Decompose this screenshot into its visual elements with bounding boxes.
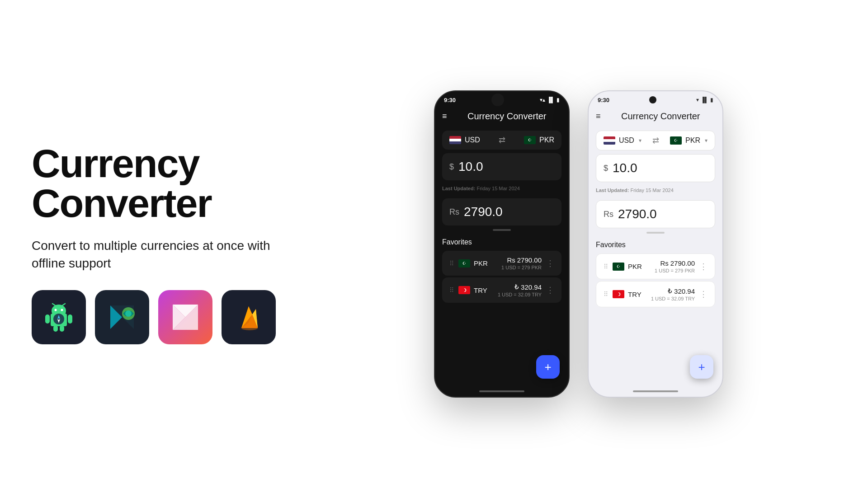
- dark-fav-try-menu[interactable]: ⋮: [546, 285, 554, 295]
- dark-fab[interactable]: +: [536, 355, 560, 379]
- svg-rect-9: [60, 325, 64, 332]
- dark-fav-pkr-menu[interactable]: ⋮: [546, 258, 554, 268]
- light-swap-icon[interactable]: ⇄: [652, 136, 659, 145]
- light-fav-try-menu[interactable]: ⋮: [699, 289, 708, 299]
- left-section: Currency Converter Convert to multiple c…: [0, 117, 307, 371]
- dark-fav-pkr-amount: Rs 2790.00: [501, 256, 542, 264]
- light-fav-item-try[interactable]: ⠿ ☽ TRY ₺ 320.94 1 USD = 32.09 TRY ⋮: [596, 281, 715, 307]
- dark-to-currency-code: PKR: [539, 136, 554, 144]
- light-to-currency-btn[interactable]: ☪ PKR ▾: [670, 136, 708, 145]
- light-fav-try-rate: 1 USD = 32.09 TRY: [651, 296, 695, 301]
- title-line1: Currency: [32, 141, 199, 186]
- dark-camera-pill: [491, 94, 504, 106]
- dark-wifi-icon: ▾▴: [540, 97, 545, 103]
- light-home-indicator: [633, 390, 678, 392]
- svg-point-3: [61, 309, 63, 311]
- svg-line-4: [52, 304, 55, 305]
- dark-last-updated-label: Last Updated:: [442, 186, 475, 191]
- dark-hamburger-icon[interactable]: ≡: [442, 112, 447, 121]
- dark-last-updated: Last Updated: Friday 15 Mar 2024: [435, 184, 569, 195]
- dark-fav-pkr-code: PKR: [474, 259, 488, 267]
- dark-app-bar: ≡ Currency Converter: [435, 108, 569, 127]
- dark-input-symbol: $: [449, 162, 454, 172]
- light-fav-try-amounts: ₺ 320.94 1 USD = 32.09 TRY: [651, 287, 695, 301]
- light-last-updated: Last Updated: Friday 15 Mar 2024: [589, 186, 722, 197]
- light-input-amount-field[interactable]: $ 10.0: [596, 154, 715, 182]
- kotlin-plugin-icon-box: [95, 290, 149, 344]
- dark-fav-pkr-drag: ⠿: [449, 260, 454, 267]
- kotlin-icon: [169, 301, 202, 333]
- light-last-updated-value: Friday 15 Mar 2024: [630, 188, 673, 193]
- light-fav-item-pkr[interactable]: ⠿ ☪ PKR Rs 2790.00 1 USD = 279 PKR ⋮: [596, 253, 715, 279]
- dark-currency-row[interactable]: USD ⇄ ☪ PKR: [442, 131, 561, 150]
- light-hamburger-icon[interactable]: ≡: [596, 112, 601, 121]
- dark-fav-pkr-amounts: Rs 2790.00 1 USD = 279 PKR: [501, 256, 542, 270]
- dark-usd-flag: [449, 136, 461, 144]
- light-fav-try-amount: ₺ 320.94: [651, 287, 695, 295]
- dark-pkr-flag: ☪: [524, 136, 536, 144]
- light-fav-pkr-code: PKR: [628, 263, 642, 270]
- light-battery-icon: ▮: [710, 97, 713, 103]
- light-from-chevron: ▾: [639, 137, 642, 144]
- light-fav-pkr-value: 2790.00: [670, 259, 695, 267]
- light-last-updated-label: Last Updated:: [596, 188, 629, 193]
- light-pkr-flag: ☪: [670, 136, 682, 145]
- light-from-currency-btn[interactable]: USD ▾: [604, 136, 642, 145]
- dark-fav-try-info: ☽ TRY: [458, 286, 498, 294]
- light-status-bar: 9:30 ▾ ▐▌ ▮: [589, 91, 722, 108]
- dark-from-currency-btn[interactable]: USD: [449, 136, 480, 144]
- firebase-icon: [232, 301, 265, 333]
- light-fav-pkr-rate: 1 USD = 279 PKR: [655, 268, 695, 273]
- light-fav-try-info: ☽ TRY: [613, 290, 651, 298]
- light-fav-try-symbol: ₺: [668, 287, 672, 295]
- light-to-chevron: ▾: [705, 137, 708, 144]
- dark-favorites-label: Favorites: [435, 235, 569, 249]
- dark-fav-item-pkr[interactable]: ⠿ ☪ PKR Rs 2790.00 1 USD = 279 PKR ⋮: [442, 251, 561, 276]
- dark-home-indicator: [479, 390, 524, 392]
- subtitle: Convert to multiple currencies at once w…: [32, 237, 276, 272]
- dark-swap-icon[interactable]: ⇄: [499, 135, 505, 145]
- dark-input-amount: 10.0: [458, 160, 483, 174]
- tech-icons-row: [32, 290, 280, 344]
- dark-fav-try-value: 320.94: [521, 283, 542, 291]
- dark-from-currency-code: USD: [465, 136, 480, 144]
- light-fab[interactable]: +: [690, 355, 713, 379]
- svg-rect-6: [45, 314, 50, 324]
- main-title: Currency Converter: [32, 144, 280, 223]
- dark-status-time: 9:30: [444, 97, 456, 103]
- light-currency-row[interactable]: USD ▾ ⇄ ☪ PKR ▾: [596, 131, 715, 150]
- svg-rect-8: [53, 325, 58, 332]
- light-fav-pkr-amount: Rs 2790.00: [655, 259, 695, 267]
- dark-fav-try-code: TRY: [474, 286, 487, 294]
- dark-fav-pkr-symbol: Rs: [507, 256, 515, 264]
- light-fav-try-code: TRY: [628, 291, 642, 298]
- light-fav-pkr-symbol: Rs: [660, 259, 668, 267]
- light-fav-pkr-menu[interactable]: ⋮: [699, 262, 708, 272]
- dark-fav-pkr-value: 2790.00: [517, 256, 542, 264]
- dark-input-amount-field[interactable]: $ 10.0: [442, 153, 561, 180]
- dark-to-currency-btn[interactable]: ☪ PKR: [524, 136, 554, 144]
- light-to-currency-code: PKR: [685, 136, 700, 145]
- dark-last-updated-value: Friday 15 Mar 2024: [476, 186, 519, 191]
- svg-rect-7: [68, 314, 72, 324]
- light-camera-dot: [649, 96, 656, 103]
- light-app-bar: ≡ Currency Converter: [589, 108, 722, 127]
- dark-fav-item-try[interactable]: ⠿ ☽ TRY ₺ 320.94 1 USD = 32.09 TRY ⋮: [442, 277, 561, 303]
- dark-fav-try-rate: 1 USD = 32.09 TRY: [498, 292, 542, 297]
- dark-fav-try-flag: ☽: [458, 286, 470, 294]
- firebase-icon-box: [222, 290, 276, 344]
- light-from-currency-code: USD: [619, 136, 634, 145]
- light-output-amount-field: Rs 2790.0: [596, 200, 715, 228]
- kotlin-icon-box: [158, 290, 212, 344]
- android-studio-icon-box: [32, 290, 86, 344]
- dark-battery-icon: ▮: [557, 97, 560, 103]
- title-line2: Converter: [32, 181, 212, 225]
- light-drag-indicator: [646, 232, 665, 234]
- dark-app-title: Currency Converter: [453, 111, 561, 122]
- android-studio-icon: [42, 301, 75, 333]
- light-phone-mockup: 9:30 ▾ ▐▌ ▮ ≡ Currency Converter USD ▾ ⇄: [588, 90, 723, 398]
- dark-fav-try-symbol: ₺: [514, 283, 519, 291]
- kotlin-plugin-icon: [106, 301, 138, 333]
- dark-fab-icon: +: [544, 360, 551, 374]
- dark-fav-try-amount: ₺ 320.94: [498, 283, 542, 291]
